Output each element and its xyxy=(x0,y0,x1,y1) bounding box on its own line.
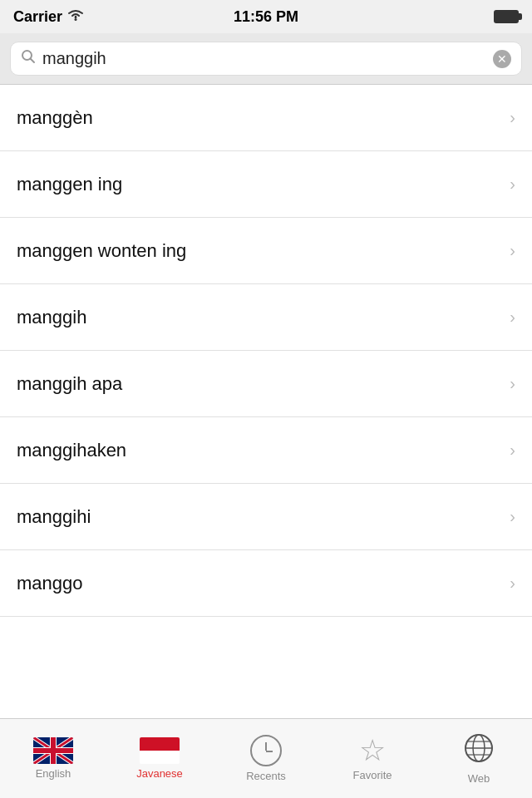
list-item[interactable]: manggihi› xyxy=(0,484,532,550)
list-item[interactable]: manggih› xyxy=(0,284,532,351)
list-item[interactable]: manggen ing› xyxy=(0,151,532,218)
list-item[interactable]: manggen wonten ing› xyxy=(0,218,532,284)
list-item-label: manggih xyxy=(17,307,86,328)
tab-bar: English Javanese Recents ☆ Favorite Web xyxy=(0,718,532,798)
tab-favorite-label: Favorite xyxy=(353,769,392,781)
tab-english[interactable]: English xyxy=(0,719,106,798)
search-input[interactable]: manggih xyxy=(42,49,486,68)
svg-point-0 xyxy=(75,18,77,21)
tab-javanese-label: Javanese xyxy=(136,767,183,780)
list-item-label: manggèn xyxy=(17,107,93,129)
chevron-right-icon: › xyxy=(510,507,515,526)
flag-uk-icon xyxy=(33,737,73,764)
search-clear-button[interactable]: ✕ xyxy=(493,50,511,68)
star-icon: ☆ xyxy=(359,736,386,766)
search-container[interactable]: manggih ✕ xyxy=(10,42,522,76)
chevron-right-icon: › xyxy=(510,175,515,194)
globe-icon xyxy=(463,732,495,769)
tab-javanese[interactable]: Javanese xyxy=(106,719,213,798)
list-item[interactable]: manggihaken› xyxy=(0,417,532,484)
results-list: manggèn›manggen ing›manggen wonten ing›m… xyxy=(0,85,532,617)
chevron-right-icon: › xyxy=(510,308,515,327)
wifi-icon xyxy=(67,8,84,26)
carrier-wifi: Carrier xyxy=(13,8,84,26)
search-icon xyxy=(21,49,36,68)
carrier-label: Carrier xyxy=(13,8,62,26)
tab-recents[interactable]: Recents xyxy=(213,719,319,798)
list-item-label: manggen wonten ing xyxy=(17,240,186,262)
tab-web[interactable]: Web xyxy=(426,719,532,798)
search-bar: manggih ✕ xyxy=(0,33,532,85)
tab-web-label: Web xyxy=(468,772,490,785)
tab-english-label: English xyxy=(36,767,71,780)
battery-icon xyxy=(494,10,519,23)
chevron-right-icon: › xyxy=(510,374,515,393)
chevron-right-icon: › xyxy=(510,441,515,460)
list-item[interactable]: manggèn› xyxy=(0,85,532,151)
svg-line-2 xyxy=(31,59,35,63)
svg-rect-11 xyxy=(33,748,73,753)
list-item-label: manggih apa xyxy=(17,373,122,395)
list-item-label: manggihi xyxy=(17,506,91,528)
tab-recents-label: Recents xyxy=(246,770,286,782)
chevron-right-icon: › xyxy=(510,108,515,127)
list-item[interactable]: manggih apa› xyxy=(0,351,532,417)
list-item-label: manggo xyxy=(17,573,83,594)
flag-id-icon xyxy=(140,737,180,764)
chevron-right-icon: › xyxy=(510,241,515,260)
list-item[interactable]: manggo› xyxy=(0,550,532,617)
list-item-label: manggen ing xyxy=(17,174,122,195)
list-item-label: manggihaken xyxy=(17,440,126,461)
tab-favorite[interactable]: ☆ Favorite xyxy=(319,719,426,798)
clock-icon xyxy=(250,735,282,766)
main-content: manggih ✕ manggèn›manggen ing›manggen wo… xyxy=(0,33,532,718)
time-display: 11:56 PM xyxy=(234,8,298,26)
chevron-right-icon: › xyxy=(510,574,515,593)
status-bar: Carrier 11:56 PM xyxy=(0,0,532,33)
